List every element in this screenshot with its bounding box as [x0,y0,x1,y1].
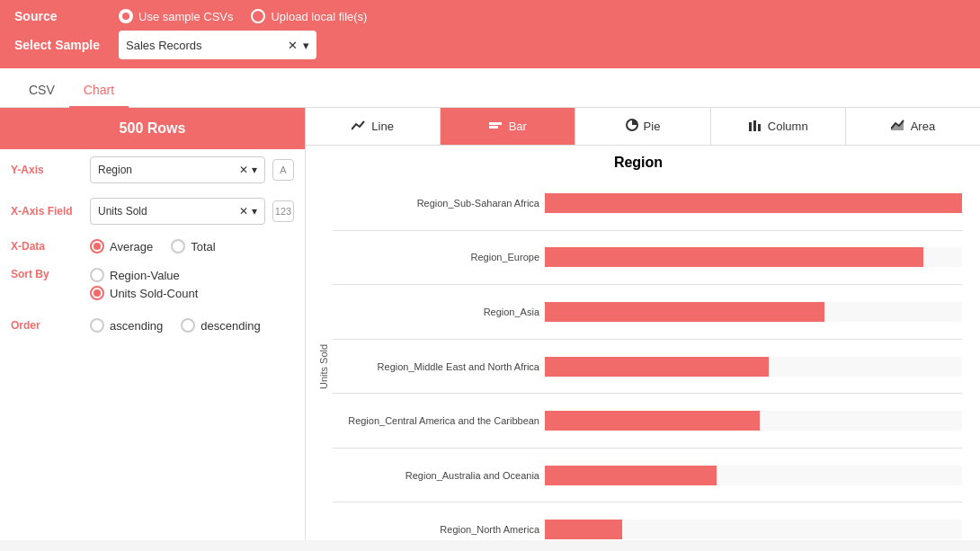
bar-label-0: Region_Sub-Saharan Africa [333,198,539,209]
y-axis-select[interactable]: Region ✕ ▾ [90,156,265,183]
chevron-x-icon[interactable]: ▾ [252,205,257,218]
clear-x-icon[interactable]: ✕ [239,205,248,218]
upload-local-label: Upload local file(s) [271,10,367,23]
y-axis-select-icons: ✕ ▾ [239,164,257,176]
chart-type-bar[interactable]: Bar [441,108,575,145]
bar-label-2: Region_Asia [333,307,539,317]
bar-fill-3 [545,357,769,377]
bar-label-6: Region_North America [333,524,539,535]
y-axis-label: Y-Axis [11,164,83,176]
use-sample-radio-circle [119,9,133,23]
bar-fill-2 [545,302,824,322]
x-axis-select-icons: ✕ ▾ [239,205,257,218]
average-label: Average [110,240,153,253]
chart-type-bar: Line Bar Pie Column [306,108,980,146]
bar-row: Region_Australia and Oceania [333,450,962,501]
sort-units-circle [90,286,104,300]
x-axis-label: X-Axis Field [11,205,83,218]
total-label: Total [191,240,215,253]
bar-row: Region_Middle East and North Africa [333,342,962,392]
sort-by-row: Sort By Region-Value Units Sold-Count [0,261,305,311]
source-row: Source Use sample CSVs Upload local file… [14,9,966,23]
right-panel: Line Bar Pie Column [306,108,980,540]
y-axis-row: Y-Axis Region ✕ ▾ A [0,149,305,191]
bar-track-5 [545,466,962,485]
tab-csv[interactable]: CSV [14,74,69,108]
bar-fill-6 [545,520,622,539]
svg-rect-4 [753,120,756,131]
bar-row: Region_North America [333,504,962,540]
tab-chart[interactable]: Chart [69,74,129,108]
y-axis-value: Region [98,164,239,176]
bar-track-2 [545,302,962,322]
bar-label-1: Region_Europe [333,252,539,262]
bar-divider [333,230,962,231]
column-label: Column [768,120,808,133]
x-axis-select[interactable]: Units Sold ✕ ▾ [90,198,265,225]
column-icon [748,119,762,134]
sort-options: Region-Value Units Sold-Count [90,268,209,304]
order-descending[interactable]: descending [181,318,261,333]
rows-header: 500 Rows [0,108,305,149]
y-axis-type-btn[interactable]: A [272,159,294,181]
bar-row: Region_Europe [333,233,962,283]
pie-label: Pie [644,120,661,133]
x-axis-value: Units Sold [98,205,239,218]
bar-track-0 [545,193,962,213]
chart-area: Region Units Sold Region_Sub-Saharan Afr… [306,146,980,540]
x-data-average[interactable]: Average [90,239,153,253]
bar-divider [333,339,962,340]
sort-units-sold-count[interactable]: Units Sold-Count [90,286,198,300]
bar-label: Bar [509,120,527,133]
sort-region-circle [90,268,104,282]
select-sample-label: Select Sample [14,38,104,52]
dropdown-icons: ✕ ▾ [288,39,309,52]
x-data-label: X-Data [11,240,83,253]
upload-local-radio[interactable]: Upload local file(s) [251,9,367,23]
bar-label-3: Region_Middle East and North Africa [333,361,539,372]
bar-label-4: Region_Central America and the Caribbean [333,415,539,426]
chart-type-pie[interactable]: Pie [575,108,710,145]
total-radio-circle [171,239,185,253]
chart-inner: Units Sold Region_Sub-Saharan Africa Reg… [315,178,962,540]
chevron-y-icon[interactable]: ▾ [252,164,257,176]
chart-type-area[interactable]: Area [846,108,980,145]
bar-track-6 [545,520,962,539]
bar-icon [489,120,503,134]
bar-row: Region_Central America and the Caribbean [333,395,962,446]
svg-rect-0 [489,122,502,125]
bar-divider [333,502,962,502]
sample-dropdown[interactable]: Sales Records ✕ ▾ [119,31,316,59]
bar-divider [333,393,962,394]
descending-circle [181,318,195,333]
source-radio-group: Use sample CSVs Upload local file(s) [119,9,367,23]
bar-row: Region_Sub-Saharan Africa [333,178,962,228]
chart-type-column[interactable]: Column [711,108,846,145]
upload-local-radio-circle [251,9,265,23]
sort-region-value[interactable]: Region-Value [90,268,198,282]
use-sample-label: Use sample CSVs [138,10,233,23]
x-axis-type-btn[interactable]: 123 [272,200,294,222]
bar-fill-0 [545,193,962,213]
select-sample-row: Select Sample Sales Records ✕ ▾ [14,31,966,59]
bar-track-3 [545,357,962,377]
chevron-down-icon[interactable]: ▾ [303,39,309,52]
svg-rect-3 [749,122,752,131]
clear-icon[interactable]: ✕ [288,39,298,52]
area-icon [891,120,905,133]
tabs-bar: CSV Chart [0,68,980,108]
header: Source Use sample CSVs Upload local file… [0,0,980,68]
average-radio-circle [90,239,104,253]
x-data-total[interactable]: Total [171,239,215,253]
main-content: 500 Rows Y-Axis Region ✕ ▾ A X-Axis Fiel… [0,108,980,540]
bar-track-4 [545,411,962,431]
line-label: Line [371,120,394,133]
source-label: Source [14,9,104,23]
chart-type-line[interactable]: Line [306,108,441,145]
area-label: Area [911,120,935,133]
use-sample-radio[interactable]: Use sample CSVs [119,9,233,23]
bar-label-5: Region_Australia and Oceania [333,470,539,481]
x-data-row: X-Data Average Total [0,232,305,261]
clear-y-icon[interactable]: ✕ [239,164,248,176]
order-ascending[interactable]: ascending [90,318,163,333]
